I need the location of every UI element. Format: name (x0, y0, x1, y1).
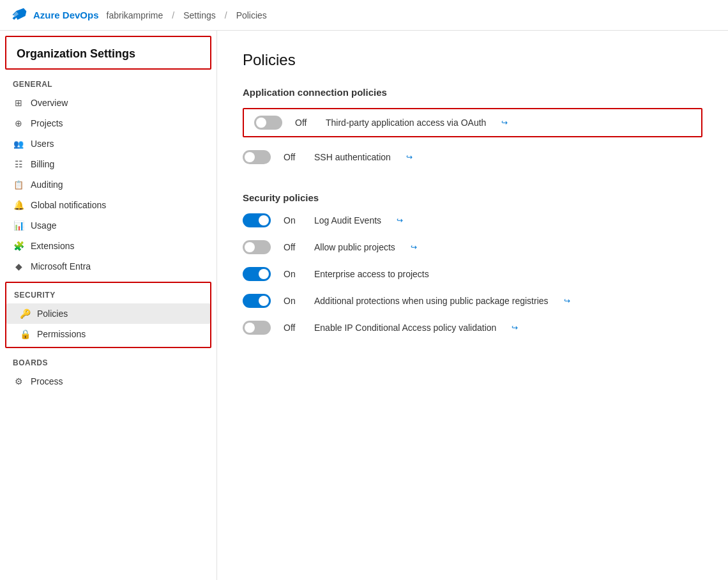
sidebar-item-process[interactable]: ⚙ Process (0, 371, 216, 392)
separator-2: / (225, 10, 227, 20)
usage-icon: 📊 (13, 220, 24, 231)
public-projects-state-label: Off (284, 242, 301, 252)
security-section-wrapper: Security 🔑 Policies 🔒 Permissions (5, 282, 211, 348)
projects-icon: ⊕ (13, 118, 24, 128)
org-settings-header: Organization Settings (5, 36, 211, 70)
extensions-label: Extensions (31, 241, 74, 251)
sidebar: Organization Settings General ⊞ Overview… (0, 31, 217, 580)
oauth-state-label: Off (295, 118, 313, 128)
sidebar-item-permissions[interactable]: 🔒 Permissions (6, 324, 210, 344)
permissions-icon: 🔒 (19, 329, 31, 339)
oauth-link-icon[interactable]: ↪ (501, 118, 508, 127)
policies-label: Policies (37, 309, 68, 319)
sidebar-item-policies[interactable]: 🔑 Policies (6, 303, 210, 324)
auditing-icon: 📋 (13, 180, 24, 190)
microsoft-entra-label: Microsoft Entra (31, 261, 91, 271)
permissions-label: Permissions (37, 329, 86, 339)
projects-label: Projects (31, 118, 63, 128)
sidebar-item-auditing[interactable]: 📋 Auditing (0, 174, 216, 195)
policy-row-enterprise-access: On Enterprise access to projects (243, 267, 702, 281)
ssh-link-icon[interactable]: ↪ (406, 153, 413, 162)
toggle-enterprise-access[interactable] (243, 267, 271, 281)
policy-row-oauth: Off Third-party application access via O… (243, 108, 702, 137)
process-icon: ⚙ (13, 376, 24, 386)
security-policies-section-title: Security policies (243, 192, 702, 203)
auditing-label: Auditing (31, 179, 63, 190)
page-title: Policies (243, 51, 702, 69)
brand-name: Azure DevOps (33, 10, 99, 20)
toggle-ip-conditional[interactable] (243, 321, 271, 335)
main-layout: Organization Settings General ⊞ Overview… (0, 31, 728, 580)
general-section-label: General (0, 70, 216, 93)
settings-link[interactable]: Settings (183, 10, 216, 20)
users-icon: 👥 (13, 139, 24, 149)
org-name: fabrikamprime (107, 10, 163, 20)
toggle-ssh[interactable] (243, 150, 271, 164)
policies-icon: 🔑 (19, 309, 31, 319)
overview-label: Overview (31, 98, 68, 108)
overview-icon: ⊞ (13, 98, 24, 108)
oauth-policy-label: Third-party application access via OAuth (326, 118, 486, 128)
additional-protections-policy-label: Additional protections when using public… (314, 296, 549, 306)
ssh-state-label: Off (284, 152, 301, 162)
billing-icon: ☷ (13, 159, 24, 169)
sidebar-item-users[interactable]: 👥 Users (0, 134, 216, 154)
security-section-label: Security (6, 283, 210, 303)
log-audit-policy-label: Log Audit Events (314, 215, 381, 225)
sidebar-item-billing[interactable]: ☷ Billing (0, 154, 216, 174)
usage-label: Usage (31, 220, 56, 231)
current-page-breadcrumb: Policies (236, 10, 267, 20)
enterprise-access-policy-label: Enterprise access to projects (314, 269, 429, 279)
sidebar-item-microsoft-entra[interactable]: ◆ Microsoft Entra (0, 256, 216, 277)
ip-conditional-policy-label: Enable IP Conditional Access policy vali… (314, 323, 496, 333)
log-audit-link-icon[interactable]: ↪ (397, 216, 403, 225)
ip-conditional-state-label: Off (284, 323, 301, 333)
policy-row-additional-protections: On Additional protections when using pub… (243, 294, 702, 308)
sidebar-item-projects[interactable]: ⊕ Projects (0, 113, 216, 134)
policy-row-log-audit: On Log Audit Events ↪ (243, 213, 702, 227)
log-audit-state-label: On (284, 215, 301, 225)
global-notifications-label: Global notifications (31, 200, 106, 210)
process-label: Process (31, 376, 63, 386)
org-settings-title: Organization Settings (17, 47, 135, 60)
policy-row-ssh: Off SSH authentication ↪ (243, 150, 702, 164)
policy-row-public-projects: Off Allow public projects ↪ (243, 240, 702, 254)
topbar: Azure DevOps fabrikamprime / Settings / … (0, 0, 728, 31)
main-content: Policies Application connection policies… (217, 31, 728, 580)
toggle-public-projects[interactable] (243, 240, 271, 254)
extensions-icon: 🧩 (13, 241, 24, 251)
global-notifications-icon: 🔔 (13, 200, 24, 210)
azure-devops-logo (10, 6, 28, 24)
public-projects-link-icon[interactable]: ↪ (411, 243, 417, 252)
billing-label: Billing (31, 159, 54, 169)
users-label: Users (31, 139, 54, 149)
boards-section-label: Boards (0, 348, 216, 371)
policy-row-ip-conditional: Off Enable IP Conditional Access policy … (243, 321, 702, 335)
ssh-policy-label: SSH authentication (314, 152, 391, 162)
public-projects-policy-label: Allow public projects (314, 242, 395, 252)
toggle-oauth[interactable] (254, 116, 282, 130)
additional-protections-link-icon[interactable]: ↪ (564, 296, 570, 305)
sidebar-item-overview[interactable]: ⊞ Overview (0, 93, 216, 113)
general-section: ⊞ Overview ⊕ Projects 👥 Users ☷ Billing … (0, 93, 216, 277)
sidebar-item-global-notifications[interactable]: 🔔 Global notifications (0, 195, 216, 215)
sidebar-item-extensions[interactable]: 🧩 Extensions (0, 236, 216, 256)
toggle-additional-protections[interactable] (243, 294, 271, 308)
ip-conditional-link-icon[interactable]: ↪ (512, 323, 518, 332)
microsoft-entra-icon: ◆ (13, 261, 24, 271)
enterprise-access-state-label: On (284, 269, 301, 279)
additional-protections-state-label: On (284, 296, 301, 306)
sidebar-item-usage[interactable]: 📊 Usage (0, 215, 216, 236)
app-connection-section-title: Application connection policies (243, 87, 702, 98)
toggle-log-audit[interactable] (243, 213, 271, 227)
separator-1: / (172, 10, 174, 20)
